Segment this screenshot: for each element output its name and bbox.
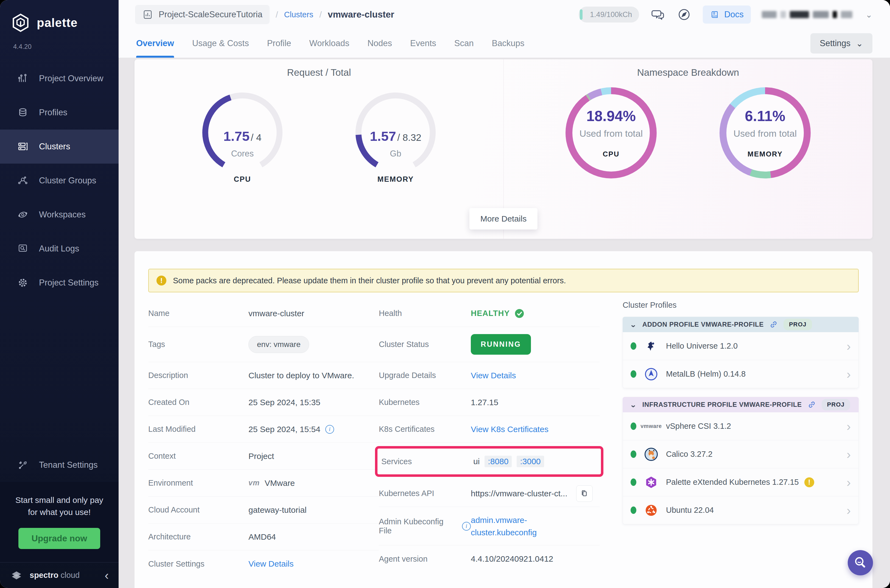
row-cluster-status: Cluster Status RUNNING [379, 327, 600, 362]
service-port-3000-link[interactable]: :3000 [517, 456, 544, 467]
pack-name: Palette eXtended Kubernetes 1.27.15 [666, 478, 799, 487]
agent-version-value: 4.4.10/20240921.0412 [471, 554, 600, 564]
view-k8s-certificates-link[interactable]: View K8s Certificates [471, 424, 548, 434]
link-icon [807, 400, 816, 409]
row-label: Upgrade Details [379, 371, 471, 380]
cpu-request-value: 1.75 [224, 129, 249, 144]
infrastructure-profile-group-header[interactable]: ⌄ INFRASTRUCTURE PROFILE VMWARE-PROFILE … [623, 397, 859, 412]
sidebar-item-audit-logs[interactable]: Audit Logs [0, 232, 119, 266]
upgrade-now-button[interactable]: Upgrade now [18, 528, 101, 549]
memory-request-value: 1.57 [370, 129, 396, 144]
breadcrumb-separator: / [276, 10, 278, 20]
usage-quota-pill[interactable]: 1.49/100kCh [579, 7, 639, 22]
pack-row-hello-universe[interactable]: Hello Universe 1.2.0 › [623, 332, 859, 360]
compass-icon[interactable] [677, 7, 692, 22]
breadcrumb-clusters-link[interactable]: Clusters [284, 10, 313, 19]
sidebar-item-cluster-groups[interactable]: Cluster Groups [0, 164, 119, 198]
row-admin-kubeconfig: Admin Kubeconfig File i admin.vmware-clu… [379, 507, 600, 546]
request-total-title: Request / Total [287, 67, 351, 78]
more-details-button[interactable]: More Details [470, 208, 537, 230]
cluster-settings-view-details-link[interactable]: View Details [248, 559, 294, 568]
main-area: Project-ScaleSecureTutoria / Clusters / … [119, 0, 890, 588]
docs-button[interactable]: Docs [703, 6, 751, 24]
user-name-redacted [762, 11, 852, 18]
running-status-badge: RUNNING [471, 334, 531, 355]
admin-kubeconfig-link[interactable]: admin.vmware-cluster.kubeconfig [471, 514, 561, 538]
chevron-down-icon: ⌄ [856, 38, 863, 49]
row-upgrade-details: Upgrade Details View Details [379, 362, 600, 389]
copy-button[interactable] [576, 485, 593, 502]
user-menu-chevron-down-icon[interactable]: ⌄ [866, 10, 872, 20]
collapse-sidebar-icon[interactable]: ‹ [105, 569, 109, 581]
chat-icon[interactable] [650, 7, 665, 22]
row-label: Health [379, 309, 471, 318]
gear-icon [17, 277, 29, 288]
upgrade-view-details-link[interactable]: View Details [471, 371, 516, 380]
cpu-donut-label: CPU [603, 150, 620, 158]
sidebar-item-project-overview[interactable]: Project Overview [0, 62, 119, 96]
tab-nodes[interactable]: Nodes [367, 29, 392, 58]
row-cluster-settings: Cluster Settings View Details [148, 550, 379, 577]
architecture-value: AMD64 [248, 532, 379, 542]
pack-row-ubuntu[interactable]: Ubuntu 22.04 › [623, 496, 859, 524]
sidebar-item-label: Tenant Settings [39, 460, 98, 470]
search-fab-button[interactable] [848, 550, 873, 575]
tab-events[interactable]: Events [410, 29, 436, 58]
breadcrumb-separator: / [319, 10, 322, 20]
pack-name: Hello Universe 1.2.0 [666, 342, 738, 351]
pack-status-dot [630, 478, 636, 486]
deprecation-warning-banner: ! Some packs are deprecated. Please upda… [148, 269, 859, 292]
app-window: palette 4.4.20 Project Overview Profiles [0, 0, 890, 588]
bar-chart-icon [17, 73, 29, 84]
memory-gauge: 1.57 / 8.32 Gb MEMORY [350, 87, 441, 184]
sidebar-item-project-settings[interactable]: Project Settings [0, 266, 119, 300]
tab-usage-costs[interactable]: Usage & Costs [192, 29, 249, 58]
docs-label: Docs [724, 10, 744, 20]
tab-overview[interactable]: Overview [136, 29, 174, 58]
sidebar-item-label: Audit Logs [39, 244, 80, 254]
cpu-gauge: 1.75 / 4 Cores CPU [197, 87, 288, 184]
cpu-used-caption: Used from total [579, 128, 643, 139]
pack-row-vsphere-csi[interactable]: vmware vSphere CSI 3.1.2 › [623, 412, 859, 440]
info-icon[interactable]: i [462, 522, 471, 531]
pack-warning-icon: ! [804, 477, 814, 487]
row-label: Kubernetes API [379, 489, 471, 498]
memory-unit: Gb [350, 149, 441, 159]
project-selector[interactable]: Project-ScaleSecureTutoria [135, 5, 270, 24]
chevron-right-icon: › [846, 340, 851, 352]
namespace-breakdown-panel: Namespace Breakdown 18.94% Used from tot… [503, 59, 872, 239]
row-label: K8s Certificates [379, 424, 471, 434]
tab-scan[interactable]: Scan [454, 29, 474, 58]
sidebar-item-profiles[interactable]: Profiles [0, 96, 119, 130]
sidebar-item-label: Clusters [39, 142, 70, 152]
layers-icon [17, 107, 29, 118]
info-icon[interactable]: i [325, 425, 334, 434]
service-name: ui [473, 457, 480, 466]
settings-button[interactable]: Settings ⌄ [810, 33, 872, 54]
pack-row-palette-extended-kubernetes[interactable]: Palette eXtended Kubernetes 1.27.15 ! › [623, 468, 859, 496]
details-left-column: Name vmware-cluster Tags env: vmware Des… [148, 300, 379, 577]
service-port-8080-link[interactable]: :8080 [485, 456, 512, 467]
chevron-right-icon: › [846, 476, 851, 489]
sidebar-item-workspaces[interactable]: Workspaces [0, 198, 119, 232]
pack-row-metallb[interactable]: MetalLB (Helm) 0.14.8 › [623, 360, 859, 388]
network-icon [17, 175, 29, 186]
pack-row-calico[interactable]: Calico 3.27.2 › [623, 440, 859, 468]
book-icon [710, 10, 720, 20]
memory-donut-label: MEMORY [747, 150, 783, 158]
addon-profile-group: ⌄ ADDON PROFILE VMWARE-PROFILE PROJ [623, 317, 859, 388]
tab-backups[interactable]: Backups [492, 29, 524, 58]
settings-label: Settings [820, 38, 851, 48]
top-bar: Project-ScaleSecureTutoria / Clusters / … [119, 0, 890, 29]
memory-used-percent: 6.11% [745, 108, 785, 124]
tag-env-vmware: env: vmware [248, 336, 309, 353]
app-version: 4.4.20 [11, 32, 108, 59]
upsell-panel: Start small and only pay for what you us… [0, 482, 119, 562]
tab-profile[interactable]: Profile [267, 29, 291, 58]
sidebar-item-tenant-settings[interactable]: Tenant Settings [0, 448, 119, 482]
link-icon [769, 320, 778, 329]
tab-workloads[interactable]: Workloads [309, 29, 350, 58]
sidebar-footer: spectro cloud ‹ [0, 562, 119, 588]
addon-profile-group-header[interactable]: ⌄ ADDON PROFILE VMWARE-PROFILE PROJ [623, 317, 859, 332]
sidebar-item-clusters[interactable]: Clusters [0, 130, 119, 164]
